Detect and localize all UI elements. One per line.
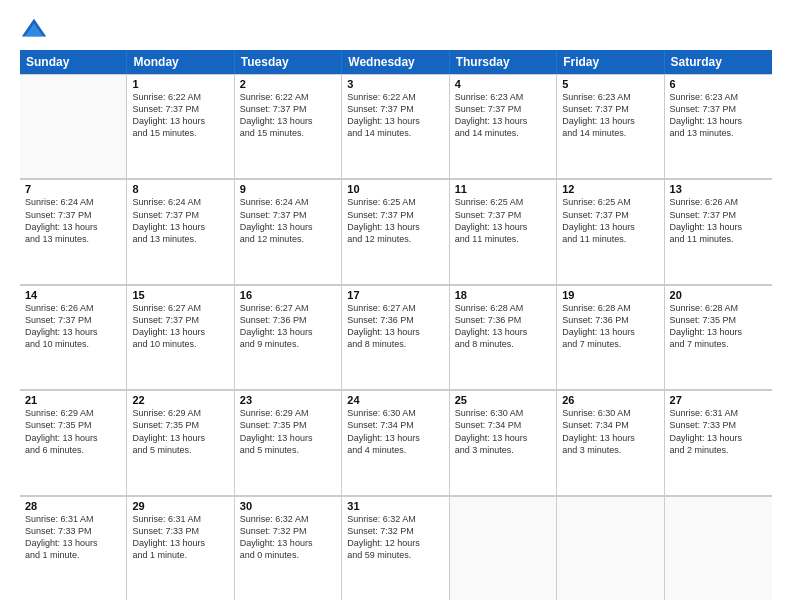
cell-date: 11 <box>455 183 551 195</box>
calendar-row: 21Sunrise: 6:29 AM Sunset: 7:35 PM Dayli… <box>20 390 772 495</box>
cell-info: Sunrise: 6:22 AM Sunset: 7:37 PM Dayligh… <box>132 91 228 140</box>
weekday-header: Wednesday <box>342 50 449 74</box>
calendar-cell <box>20 74 127 178</box>
cell-info: Sunrise: 6:28 AM Sunset: 7:36 PM Dayligh… <box>455 302 551 351</box>
cell-info: Sunrise: 6:29 AM Sunset: 7:35 PM Dayligh… <box>240 407 336 456</box>
calendar-cell: 3Sunrise: 6:22 AM Sunset: 7:37 PM Daylig… <box>342 74 449 178</box>
cell-info: Sunrise: 6:27 AM Sunset: 7:36 PM Dayligh… <box>347 302 443 351</box>
calendar-cell: 20Sunrise: 6:28 AM Sunset: 7:35 PM Dayli… <box>665 285 772 389</box>
calendar-cell: 11Sunrise: 6:25 AM Sunset: 7:37 PM Dayli… <box>450 179 557 283</box>
cell-info: Sunrise: 6:25 AM Sunset: 7:37 PM Dayligh… <box>455 196 551 245</box>
cell-date: 21 <box>25 394 121 406</box>
calendar-cell: 4Sunrise: 6:23 AM Sunset: 7:37 PM Daylig… <box>450 74 557 178</box>
calendar-cell: 23Sunrise: 6:29 AM Sunset: 7:35 PM Dayli… <box>235 390 342 494</box>
cell-date: 7 <box>25 183 121 195</box>
cell-date: 3 <box>347 78 443 90</box>
weekday-header: Tuesday <box>235 50 342 74</box>
calendar-cell: 13Sunrise: 6:26 AM Sunset: 7:37 PM Dayli… <box>665 179 772 283</box>
cell-date: 9 <box>240 183 336 195</box>
cell-date: 13 <box>670 183 767 195</box>
calendar-row: 28Sunrise: 6:31 AM Sunset: 7:33 PM Dayli… <box>20 496 772 600</box>
cell-date: 2 <box>240 78 336 90</box>
calendar-cell: 19Sunrise: 6:28 AM Sunset: 7:36 PM Dayli… <box>557 285 664 389</box>
cell-info: Sunrise: 6:23 AM Sunset: 7:37 PM Dayligh… <box>562 91 658 140</box>
calendar: SundayMondayTuesdayWednesdayThursdayFrid… <box>20 50 772 600</box>
cell-date: 16 <box>240 289 336 301</box>
calendar-cell: 25Sunrise: 6:30 AM Sunset: 7:34 PM Dayli… <box>450 390 557 494</box>
weekday-header: Thursday <box>450 50 557 74</box>
weekday-header: Monday <box>127 50 234 74</box>
cell-info: Sunrise: 6:29 AM Sunset: 7:35 PM Dayligh… <box>132 407 228 456</box>
cell-date: 30 <box>240 500 336 512</box>
cell-date: 26 <box>562 394 658 406</box>
cell-info: Sunrise: 6:22 AM Sunset: 7:37 PM Dayligh… <box>347 91 443 140</box>
calendar-page: SundayMondayTuesdayWednesdayThursdayFrid… <box>0 0 792 612</box>
calendar-cell: 7Sunrise: 6:24 AM Sunset: 7:37 PM Daylig… <box>20 179 127 283</box>
weekday-header: Sunday <box>20 50 127 74</box>
calendar-header: SundayMondayTuesdayWednesdayThursdayFrid… <box>20 50 772 74</box>
cell-date: 12 <box>562 183 658 195</box>
calendar-cell: 8Sunrise: 6:24 AM Sunset: 7:37 PM Daylig… <box>127 179 234 283</box>
cell-info: Sunrise: 6:26 AM Sunset: 7:37 PM Dayligh… <box>670 196 767 245</box>
calendar-row: 14Sunrise: 6:26 AM Sunset: 7:37 PM Dayli… <box>20 285 772 390</box>
calendar-cell: 30Sunrise: 6:32 AM Sunset: 7:32 PM Dayli… <box>235 496 342 600</box>
calendar-cell: 14Sunrise: 6:26 AM Sunset: 7:37 PM Dayli… <box>20 285 127 389</box>
weekday-header: Friday <box>557 50 664 74</box>
cell-date: 28 <box>25 500 121 512</box>
cell-info: Sunrise: 6:24 AM Sunset: 7:37 PM Dayligh… <box>25 196 121 245</box>
calendar-cell: 29Sunrise: 6:31 AM Sunset: 7:33 PM Dayli… <box>127 496 234 600</box>
calendar-row: 1Sunrise: 6:22 AM Sunset: 7:37 PM Daylig… <box>20 74 772 179</box>
calendar-cell: 18Sunrise: 6:28 AM Sunset: 7:36 PM Dayli… <box>450 285 557 389</box>
cell-info: Sunrise: 6:29 AM Sunset: 7:35 PM Dayligh… <box>25 407 121 456</box>
calendar-cell: 24Sunrise: 6:30 AM Sunset: 7:34 PM Dayli… <box>342 390 449 494</box>
cell-info: Sunrise: 6:24 AM Sunset: 7:37 PM Dayligh… <box>240 196 336 245</box>
calendar-cell: 31Sunrise: 6:32 AM Sunset: 7:32 PM Dayli… <box>342 496 449 600</box>
cell-info: Sunrise: 6:25 AM Sunset: 7:37 PM Dayligh… <box>347 196 443 245</box>
cell-info: Sunrise: 6:31 AM Sunset: 7:33 PM Dayligh… <box>132 513 228 562</box>
cell-info: Sunrise: 6:22 AM Sunset: 7:37 PM Dayligh… <box>240 91 336 140</box>
cell-date: 10 <box>347 183 443 195</box>
calendar-cell: 9Sunrise: 6:24 AM Sunset: 7:37 PM Daylig… <box>235 179 342 283</box>
cell-info: Sunrise: 6:27 AM Sunset: 7:36 PM Dayligh… <box>240 302 336 351</box>
logo <box>20 16 52 44</box>
calendar-cell: 27Sunrise: 6:31 AM Sunset: 7:33 PM Dayli… <box>665 390 772 494</box>
cell-date: 15 <box>132 289 228 301</box>
calendar-cell: 10Sunrise: 6:25 AM Sunset: 7:37 PM Dayli… <box>342 179 449 283</box>
cell-date: 19 <box>562 289 658 301</box>
cell-date: 18 <box>455 289 551 301</box>
calendar-cell: 17Sunrise: 6:27 AM Sunset: 7:36 PM Dayli… <box>342 285 449 389</box>
cell-info: Sunrise: 6:23 AM Sunset: 7:37 PM Dayligh… <box>670 91 767 140</box>
header <box>20 16 772 44</box>
cell-date: 20 <box>670 289 767 301</box>
logo-icon <box>20 16 48 44</box>
cell-info: Sunrise: 6:32 AM Sunset: 7:32 PM Dayligh… <box>240 513 336 562</box>
calendar-body: 1Sunrise: 6:22 AM Sunset: 7:37 PM Daylig… <box>20 74 772 600</box>
calendar-cell: 16Sunrise: 6:27 AM Sunset: 7:36 PM Dayli… <box>235 285 342 389</box>
cell-date: 22 <box>132 394 228 406</box>
cell-date: 1 <box>132 78 228 90</box>
cell-date: 5 <box>562 78 658 90</box>
calendar-cell: 15Sunrise: 6:27 AM Sunset: 7:37 PM Dayli… <box>127 285 234 389</box>
calendar-cell: 6Sunrise: 6:23 AM Sunset: 7:37 PM Daylig… <box>665 74 772 178</box>
cell-info: Sunrise: 6:23 AM Sunset: 7:37 PM Dayligh… <box>455 91 551 140</box>
cell-info: Sunrise: 6:30 AM Sunset: 7:34 PM Dayligh… <box>562 407 658 456</box>
cell-info: Sunrise: 6:32 AM Sunset: 7:32 PM Dayligh… <box>347 513 443 562</box>
cell-date: 25 <box>455 394 551 406</box>
cell-date: 6 <box>670 78 767 90</box>
cell-info: Sunrise: 6:26 AM Sunset: 7:37 PM Dayligh… <box>25 302 121 351</box>
calendar-cell: 22Sunrise: 6:29 AM Sunset: 7:35 PM Dayli… <box>127 390 234 494</box>
weekday-header: Saturday <box>665 50 772 74</box>
calendar-cell: 26Sunrise: 6:30 AM Sunset: 7:34 PM Dayli… <box>557 390 664 494</box>
cell-date: 29 <box>132 500 228 512</box>
calendar-cell: 1Sunrise: 6:22 AM Sunset: 7:37 PM Daylig… <box>127 74 234 178</box>
cell-info: Sunrise: 6:30 AM Sunset: 7:34 PM Dayligh… <box>455 407 551 456</box>
cell-info: Sunrise: 6:31 AM Sunset: 7:33 PM Dayligh… <box>25 513 121 562</box>
cell-date: 8 <box>132 183 228 195</box>
cell-info: Sunrise: 6:27 AM Sunset: 7:37 PM Dayligh… <box>132 302 228 351</box>
cell-info: Sunrise: 6:30 AM Sunset: 7:34 PM Dayligh… <box>347 407 443 456</box>
cell-date: 24 <box>347 394 443 406</box>
cell-info: Sunrise: 6:28 AM Sunset: 7:36 PM Dayligh… <box>562 302 658 351</box>
cell-info: Sunrise: 6:25 AM Sunset: 7:37 PM Dayligh… <box>562 196 658 245</box>
calendar-cell: 2Sunrise: 6:22 AM Sunset: 7:37 PM Daylig… <box>235 74 342 178</box>
calendar-row: 7Sunrise: 6:24 AM Sunset: 7:37 PM Daylig… <box>20 179 772 284</box>
